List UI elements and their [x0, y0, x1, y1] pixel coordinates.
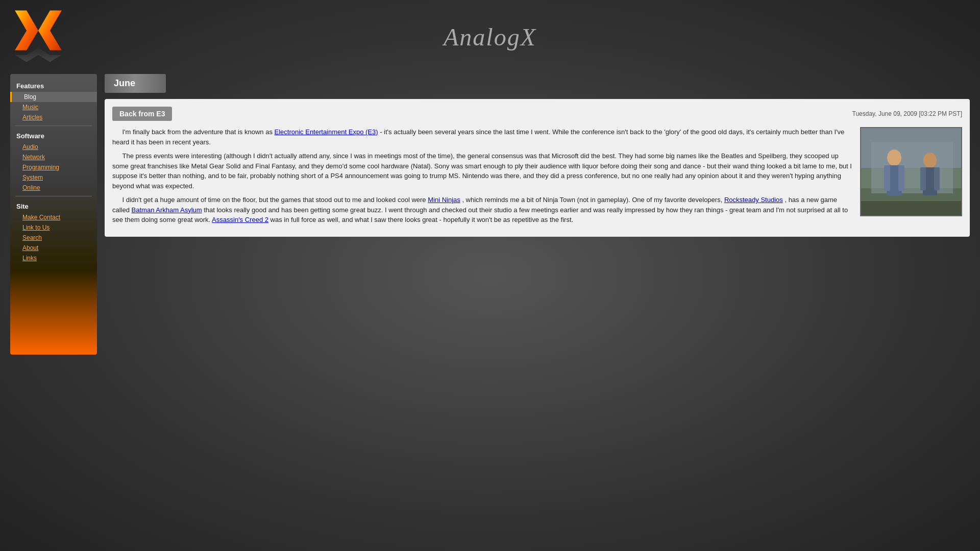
sidebar-item-link-to-us[interactable]: Link to Us — [10, 222, 97, 233]
post-header: Back from E3 Tuesday, June 09, 2009 [03:… — [112, 107, 962, 121]
sidebar-item-online[interactable]: Online — [10, 183, 97, 193]
post-paragraph-1: I'm finally back from the adventure that… — [112, 127, 854, 147]
post-paragraph-3: I didn't get a huge amount of time on th… — [112, 195, 854, 225]
post-body: I'm finally back from the adventure that… — [112, 127, 962, 229]
post-card: Back from E3 Tuesday, June 09, 2009 [03:… — [105, 99, 970, 237]
svg-rect-10 — [898, 165, 904, 191]
features-header: Features — [10, 79, 97, 92]
svg-point-11 — [923, 153, 937, 168]
sidebar-item-articles[interactable]: Articles — [10, 112, 97, 122]
sidebar-item-make-contact[interactable]: Make Contact — [10, 212, 97, 222]
sidebar-item-network[interactable]: Network — [10, 152, 97, 162]
header: AnalogX — [0, 0, 980, 74]
post-image — [860, 127, 962, 216]
month-header: June — [105, 74, 166, 93]
logo-area — [10, 8, 97, 66]
rocksteady-link[interactable]: Rocksteady Studios — [724, 196, 783, 204]
sidebar-item-audio[interactable]: Audio — [10, 142, 97, 152]
sidebar: Features Blog Music Articles Software Au… — [10, 74, 97, 355]
main-layout: Features Blog Music Articles Software Au… — [0, 74, 980, 355]
e3-link[interactable]: Electronic Entertainment Expo (E3) — [275, 128, 378, 136]
sidebar-item-system[interactable]: System — [10, 172, 97, 183]
svg-rect-15 — [861, 201, 961, 216]
svg-rect-14 — [934, 167, 940, 190]
sidebar-item-programming[interactable]: Programming — [10, 162, 97, 172]
site-title: AnalogX — [97, 23, 970, 51]
sidebar-item-blog[interactable]: Blog — [10, 92, 97, 102]
sidebar-item-about[interactable]: About — [10, 243, 97, 253]
post-date: Tuesday, June 09, 2009 [03:22 PM PST] — [852, 110, 962, 117]
svg-rect-6 — [871, 142, 953, 193]
svg-rect-13 — [920, 167, 926, 190]
sidebar-item-search[interactable]: Search — [10, 233, 97, 243]
site-header: Site — [10, 199, 97, 212]
assassins-creed-link[interactable]: Assassin's Creed 2 — [212, 216, 268, 223]
svg-rect-9 — [884, 165, 890, 191]
sidebar-item-music[interactable]: Music — [10, 102, 97, 112]
svg-marker-1 — [38, 11, 62, 51]
sidebar-divider-1 — [15, 126, 92, 126]
sidebar-divider-2 — [15, 196, 92, 196]
batman-link[interactable]: Batman Arkham Asylum — [132, 206, 202, 214]
software-header: Software — [10, 129, 97, 142]
svg-point-7 — [887, 149, 901, 166]
post-title: Back from E3 — [112, 107, 172, 121]
svg-marker-0 — [15, 11, 38, 51]
mini-ninjas-link[interactable]: Mini Ninjas — [428, 196, 460, 204]
sidebar-item-links[interactable]: Links — [10, 253, 97, 263]
content: June Back from E3 Tuesday, June 09, 2009… — [105, 74, 970, 355]
post-photo — [861, 127, 961, 216]
post-paragraph-2: The press events were interesting (altho… — [112, 151, 854, 191]
post-text: I'm finally back from the adventure that… — [112, 127, 854, 229]
site-logo — [10, 8, 66, 64]
